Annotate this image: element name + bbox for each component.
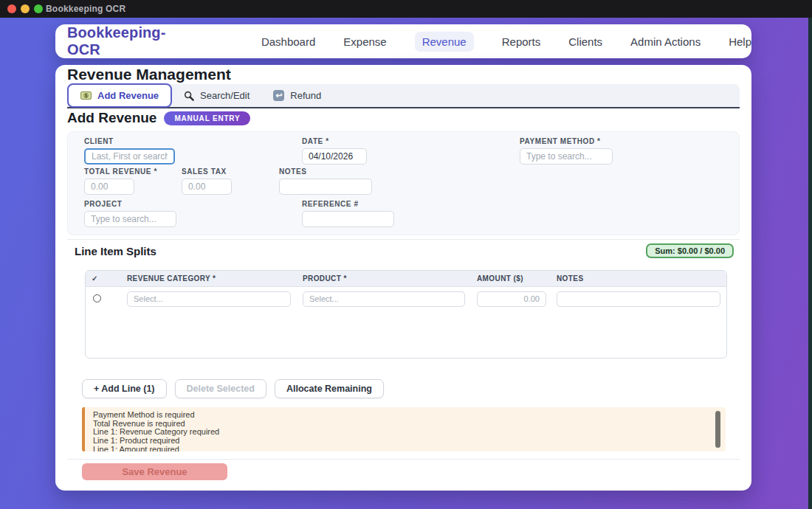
project-label: PROJECT [84, 200, 176, 208]
line-item-splits-title: Line Item Splits [75, 245, 156, 257]
tab-label: Add Revenue [97, 90, 159, 101]
date-input[interactable] [302, 148, 367, 165]
tab-bar: $ Add Revenue Search/Edit ↩ Refund [67, 84, 740, 108]
svg-text:$: $ [85, 93, 88, 99]
sum-badge: Sum: $0.00 / $0.00 [646, 243, 734, 258]
sales-tax-label: SALES TAX [182, 167, 232, 176]
manual-entry-badge: MANUAL ENTRY [164, 111, 250, 125]
error-line: Payment Method is required [93, 411, 708, 420]
top-navigation-bar: Bookkeeping-OCR Dashboard Expense Revenu… [55, 24, 751, 58]
nav-menu: Dashboard Expense Revenue Reports Client… [261, 32, 751, 52]
payment-method-input[interactable] [520, 148, 613, 165]
total-revenue-label: TOTAL REVENUE * [84, 167, 157, 176]
date-label: DATE * [302, 137, 367, 145]
desktop-background: Bookkeeping OCR Bookkeeping-OCR Dashboar… [0, 0, 812, 509]
revenue-category-select[interactable] [127, 291, 291, 307]
divider [67, 459, 740, 460]
line-item-actions: + Add Line (1) Delete Selected Allocate … [82, 379, 384, 398]
notes-input[interactable] [279, 179, 372, 195]
delete-selected-button[interactable]: Delete Selected [175, 379, 266, 398]
notes-label: NOTES [279, 167, 372, 176]
tab-search-edit[interactable]: Search/Edit [172, 83, 261, 108]
page-title: Revenue Management [67, 66, 231, 83]
product-select[interactable] [303, 291, 465, 307]
window-title: Bookkeeping OCR [46, 4, 125, 14]
client-label: CLIENT [84, 137, 175, 145]
product-column-header: PRODUCT * [297, 274, 471, 283]
line-item-splits-header: Line Item Splits Sum: $0.00 / $0.00 [75, 243, 734, 258]
save-revenue-button[interactable]: Save Revenue [82, 463, 227, 480]
window-titlebar: Bookkeeping OCR [0, 0, 812, 18]
reference-label: REFERENCE # [302, 200, 394, 208]
app-logo[interactable]: Bookkeeping-OCR [67, 24, 190, 58]
error-line: Line 1: Product required [93, 437, 708, 446]
line-notes-input[interactable] [557, 291, 720, 307]
nav-item-revenue[interactable]: Revenue [415, 32, 474, 52]
nav-item-expense[interactable]: Expense [343, 35, 386, 48]
nav-item-reports[interactable]: Reports [502, 35, 541, 48]
table-row [86, 287, 726, 311]
nav-item-dashboard[interactable]: Dashboard [261, 35, 315, 48]
section-title: Add Revenue [67, 110, 156, 126]
return-arrow-icon: ↩ [273, 90, 284, 101]
error-line: Line 1: Revenue Category required [93, 428, 708, 437]
allocate-remaining-button[interactable]: Allocate Remaining [275, 379, 384, 398]
sales-tax-input[interactable] [182, 179, 232, 195]
reference-input[interactable] [302, 211, 394, 227]
line-amount-input[interactable] [477, 291, 546, 307]
line-items-table: ✓ REVENUE CATEGORY * PRODUCT * AMOUNT ($… [85, 270, 727, 359]
select-column-header: ✓ [86, 274, 121, 283]
validation-error-box: Payment Method is required Total Revenue… [82, 407, 726, 451]
background-edge-strip [808, 0, 812, 509]
project-input[interactable] [84, 211, 176, 227]
tab-label: Search/Edit [200, 90, 250, 101]
error-box-scrollbar[interactable] [715, 411, 720, 448]
divider [67, 239, 740, 240]
fullscreen-window-button[interactable] [34, 4, 43, 13]
payment-method-label: PAYMENT METHOD * [520, 137, 613, 145]
tab-refund[interactable]: ↩ Refund [261, 83, 333, 108]
tab-add-revenue[interactable]: $ Add Revenue [67, 83, 172, 108]
client-input[interactable] [84, 148, 175, 165]
error-line: Line 1: Amount required [93, 446, 708, 451]
revenue-category-column-header: REVENUE CATEGORY * [121, 274, 297, 283]
amount-column-header: AMOUNT ($) [471, 274, 551, 283]
banknote-icon: $ [80, 91, 92, 100]
revenue-management-panel: Revenue Management $ Add Revenue [55, 65, 751, 491]
nav-item-admin-actions[interactable]: Admin Actions [630, 35, 701, 48]
tab-label: Refund [290, 90, 321, 101]
minimize-window-button[interactable] [21, 4, 30, 13]
revenue-form: CLIENT DATE * PAYMENT METHOD * TOTAL REV… [67, 131, 740, 235]
add-revenue-header: Add Revenue MANUAL ENTRY [67, 110, 250, 126]
close-window-button[interactable] [7, 4, 16, 13]
search-icon [184, 91, 194, 101]
row-select-checkbox[interactable] [93, 294, 101, 302]
add-line-button[interactable]: + Add Line (1) [82, 379, 167, 398]
total-revenue-input[interactable] [84, 179, 134, 195]
table-header-row: ✓ REVENUE CATEGORY * PRODUCT * AMOUNT ($… [86, 271, 726, 287]
notes-column-header: NOTES [551, 274, 726, 283]
nav-item-clients[interactable]: Clients [568, 35, 602, 48]
nav-item-help[interactable]: Help [729, 35, 751, 48]
